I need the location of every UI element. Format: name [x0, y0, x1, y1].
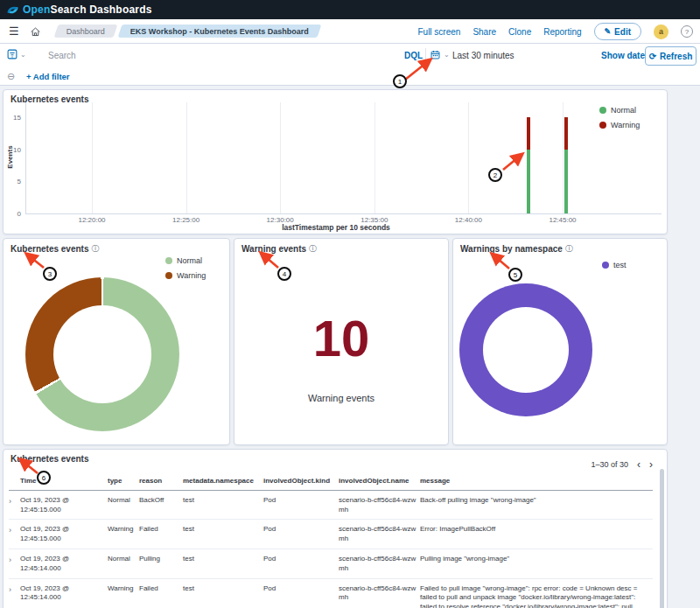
expand-row-icon[interactable]: ›: [9, 579, 20, 608]
reporting-link[interactable]: Reporting: [543, 27, 581, 37]
legend-dot-icon: [599, 107, 606, 114]
gridline: [280, 102, 281, 213]
expander-header: [9, 473, 20, 490]
expand-row-icon[interactable]: ›: [9, 491, 20, 520]
table-scrollbar[interactable]: [660, 469, 664, 608]
info-icon[interactable]: ⓘ: [91, 243, 99, 255]
legend-item-normal[interactable]: Normal: [599, 106, 640, 115]
warning-events-metric-panel: Warning eventsⓘ 10 Warning events: [234, 238, 449, 445]
annotation-marker-1: 1: [393, 74, 407, 88]
nav-bar: ☰ Dashboard EKS Workshop - Kubernetes Ev…: [0, 19, 700, 44]
date-picker-button[interactable]: ⌄: [430, 50, 450, 59]
legend-item-normal[interactable]: Normal: [165, 256, 206, 265]
legend-label: Normal: [611, 106, 636, 115]
bar-warning[interactable]: [527, 117, 530, 150]
cell-involvedobject-kind: Pod: [263, 491, 339, 520]
x-tick-label: 12:30:00: [267, 216, 294, 224]
bar-normal[interactable]: [527, 150, 530, 213]
donut-legend: test: [602, 261, 626, 269]
table-pagination: 1–30 of 30 ‹ ›: [591, 460, 653, 469]
bar-warning[interactable]: [564, 117, 568, 150]
y-tick-label: 5: [18, 178, 21, 185]
breadcrumb-dashboard[interactable]: Dashboard: [54, 24, 118, 38]
refresh-icon: ⟳: [649, 52, 656, 61]
legend-item-warning[interactable]: Warning: [599, 121, 640, 129]
refresh-button[interactable]: ⟳ Refresh: [645, 46, 696, 66]
column-header-involvedobject-kind[interactable]: involvedObject.kind: [263, 473, 339, 490]
filter-pin-icon[interactable]: ⊖: [7, 71, 15, 82]
avatar[interactable]: a: [654, 24, 668, 39]
x-tick-label: 12:45:00: [549, 216, 576, 224]
cell-type: Normal: [108, 549, 139, 578]
expand-row-icon[interactable]: ›: [9, 549, 20, 578]
cell-involvedobject-name: scenario-b-cff56c84-wzwmh: [339, 491, 420, 520]
y-tick-label: 15: [13, 114, 21, 122]
y-axis-label: Events: [6, 127, 14, 188]
previous-page-icon[interactable]: ‹: [637, 460, 640, 469]
menu-icon[interactable]: ☰: [9, 25, 19, 38]
saved-query-menu[interactable]: ⌄: [7, 49, 26, 59]
panel-title: Warning eventsⓘ: [242, 243, 317, 255]
table-header-row: Time ▾typereasonmetadata.namespaceinvolv…: [9, 473, 653, 491]
info-icon[interactable]: ⓘ: [565, 243, 573, 255]
filter-icon: [7, 49, 18, 59]
column-header-type[interactable]: type: [108, 473, 139, 490]
app-header: OpenSearch Dashboards: [0, 0, 700, 19]
legend-label: test: [613, 261, 626, 269]
legend-label: Warning: [611, 121, 640, 129]
cell-message: Error: ImagePullBackOff: [420, 520, 653, 549]
kubernetes-events-donut-panel: Kubernetes eventsⓘ NormalWarning: [3, 238, 230, 445]
query-bar: ⌄ Search DQL ⌄ Last 30 minutes Show date…: [0, 44, 700, 68]
gridline: [186, 102, 187, 213]
x-axis-line: [25, 213, 662, 214]
cell-metadata-namespace: test: [183, 491, 263, 520]
add-filter-button[interactable]: + Add filter: [26, 72, 70, 81]
annotation-marker-4: 4: [277, 267, 291, 281]
warning-count-label: Warning events: [234, 393, 448, 403]
info-icon[interactable]: ⓘ: [309, 243, 317, 255]
pencil-icon: ✎: [605, 27, 612, 36]
cell-reason: Failed: [139, 520, 183, 549]
time-range-value[interactable]: Last 30 minutes: [452, 51, 514, 60]
events-type-donut-chart[interactable]: [25, 277, 179, 431]
column-header-metadata-namespace[interactable]: metadata.namespace: [183, 473, 263, 490]
legend-dot-icon: [165, 257, 172, 264]
cell-metadata-namespace: test: [183, 549, 263, 578]
chevron-down-icon: ⌄: [20, 51, 26, 59]
share-link[interactable]: Share: [472, 27, 496, 37]
legend-item-warning[interactable]: Warning: [165, 271, 206, 280]
show-dates-button[interactable]: Show dates: [601, 51, 650, 60]
edit-button[interactable]: ✎ Edit: [594, 23, 641, 40]
donut-legend: NormalWarning: [165, 256, 206, 280]
x-axis-label: lastTimestamp per 10 seconds: [161, 223, 511, 232]
column-header-message[interactable]: message: [420, 473, 653, 490]
help-icon[interactable]: ?: [681, 25, 693, 38]
gridline: [374, 102, 375, 213]
breadcrumb-current-dashboard[interactable]: EKS Workshop - Kubernetes Events Dashboa…: [118, 24, 322, 38]
legend-label: Normal: [177, 256, 202, 265]
legend-item-test[interactable]: test: [602, 261, 626, 269]
expand-row-icon[interactable]: ›: [9, 520, 20, 549]
home-icon[interactable]: [30, 25, 41, 41]
full-screen-link[interactable]: Full screen: [417, 27, 460, 37]
filter-bar: ⊖ + Add filter: [0, 68, 700, 86]
query-language-button[interactable]: DQL: [404, 51, 423, 60]
panel-title: Warnings by namespaceⓘ: [460, 243, 573, 255]
column-header-involvedobject-name[interactable]: involvedObject.name: [339, 473, 420, 490]
cell-time: Oct 19, 2023 @ 12:45:15.000: [20, 520, 108, 549]
kubernetes-events-table-panel: Kubernetes events 1–30 of 30 ‹ › Time ▾t…: [3, 449, 668, 608]
next-page-icon[interactable]: ›: [649, 460, 653, 469]
bar-normal[interactable]: [564, 150, 568, 213]
breadcrumb: Dashboard EKS Workshop - Kubernetes Even…: [56, 24, 319, 38]
column-header-time[interactable]: Time ▾: [20, 473, 108, 490]
clone-link[interactable]: Clone: [508, 27, 531, 37]
search-input[interactable]: Search: [48, 51, 76, 60]
y-tick-label: 10: [13, 145, 21, 153]
namespace-donut-chart[interactable]: [459, 283, 592, 416]
cell-involvedobject-name: scenario-b-cff56c84-wzwmh: [339, 520, 420, 549]
annotation-marker-5: 5: [508, 268, 522, 282]
x-tick-label: 12:25:00: [172, 216, 200, 224]
histogram-legend: NormalWarning: [599, 106, 640, 129]
opensearch-logo[interactable]: OpenSearch Dashboards: [7, 3, 152, 16]
column-header-reason[interactable]: reason: [139, 473, 183, 490]
